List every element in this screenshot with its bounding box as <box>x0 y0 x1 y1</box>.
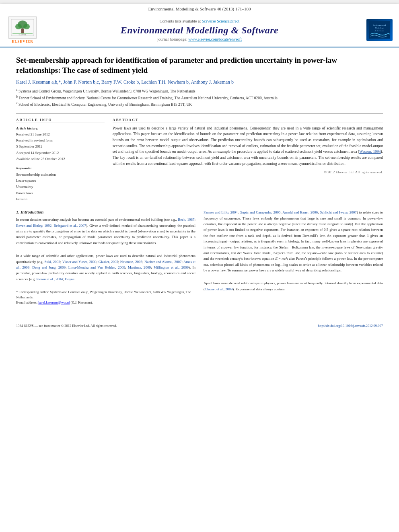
sciverse-link[interactable]: SciVerse ScienceDirect <box>202 19 240 23</box>
article-history-title: Article history: <box>16 125 105 131</box>
bottom-bar: 1364-8152/$ — see front matter © 2012 El… <box>0 321 399 330</box>
journal-cover-icon: Environmental Modelling & Software <box>368 21 391 39</box>
elsevier-logo: ELSEVIER ELSEVIER <box>6 16 39 43</box>
svg-rect-4 <box>21 29 24 33</box>
article-content: Set-membership approach for identificati… <box>0 47 399 317</box>
abstract-text-content: Power laws are used to describe a large … <box>113 126 383 166</box>
keyword-3: Uncertainty <box>16 184 105 190</box>
farmer-ref[interactable]: Farmer and Lillo, 2004 <box>204 210 238 214</box>
footnote-area: * Corresponding author. Systems and Cont… <box>16 287 195 305</box>
elsevier-logo-box: ELSEVIER <box>8 16 37 39</box>
journal-homepage: journal homepage: www.elsevier.com/locat… <box>39 37 360 41</box>
clauset-ref[interactable]: Clauset et al., 2009 <box>205 287 232 291</box>
keywords-block: Keywords: Set-membership estimation Leas… <box>16 165 105 202</box>
article-info-column: ARTICLE INFO Article history: Received 2… <box>16 118 105 203</box>
copyright-line: © 2012 Elsevier Ltd. All rights reserved… <box>113 170 383 174</box>
email-link[interactable]: karel.keesman@wur.nl <box>38 300 70 304</box>
revised-date: 5 September 2012 <box>16 144 105 150</box>
keyword-1: Set-membership estimation <box>16 172 105 178</box>
authors-line: Karel J. Keesman a,b,*, John P. Norton b… <box>16 79 383 85</box>
page: Environmental Modelling & Software 40 (2… <box>0 4 399 532</box>
lima-ref[interactable]: Lima-Mendez and Van Helden, 2009 <box>68 265 125 269</box>
footnote-email: E-mail address: karel.keesman@wur.nl (K.… <box>16 300 195 305</box>
intro-paragraph-2: In a wide range of scientific and other … <box>16 253 195 282</box>
beven-binley-ref[interactable]: Beven and Binley, 1992 <box>16 224 51 228</box>
journal-header: ELSEVIER ELSEVIER Contents lists availab… <box>0 13 399 47</box>
received-date: Received 21 June 2012 <box>16 131 105 138</box>
journal-citation-bar: Environmental Modelling & Software 40 (2… <box>0 4 399 13</box>
affiliations: a Systems and Control Group, Wageningen … <box>16 88 383 107</box>
elsevier-tree-icon: ELSEVIER <box>10 18 35 37</box>
refsgaard-ref[interactable]: Refsgaard et al., 2007 <box>54 224 86 228</box>
doi-link[interactable]: http://dx.doi.org/10.1016/j.envsoft.2012… <box>318 324 383 328</box>
journal-citation-text: Environmental Modelling & Software 40 (2… <box>148 6 251 11</box>
nacher-ref[interactable]: Nacher and Akutsu, 2007 <box>144 260 181 264</box>
keyword-5: Erosion <box>16 196 105 202</box>
introduction-two-col: 1. Introduction In recent decades uncert… <box>16 210 383 305</box>
intro-paragraph-1: In recent decades uncertainty analysis h… <box>16 217 195 246</box>
affiliation-b: b Fenner School of Environment and Socie… <box>16 94 383 101</box>
email-name: (K.J. Keesman). <box>71 300 93 304</box>
journal-title-area: Contents lists available at SciVerse Sci… <box>39 19 360 41</box>
intro-paragraph-3: Farmer and Lillo, 2004; Gupta and Campan… <box>204 210 383 273</box>
available-date: Available online 25 October 2012 <box>16 156 105 162</box>
article-title: Set-membership approach for identificati… <box>16 55 383 75</box>
accepted-date: Accepted 14 September 2012 <box>16 150 105 156</box>
svg-text:Environmental: Environmental <box>373 24 386 26</box>
article-history-block: Article history: Received 21 June 2012 R… <box>16 125 105 162</box>
journal-name: Environmental Modelling & Software <box>39 25 360 36</box>
introduction-left-col: 1. Introduction In recent decades uncert… <box>16 210 195 305</box>
suki-ref[interactable]: Suki, 2002 <box>45 260 60 264</box>
wasson-citation[interactable]: Wasson, 1994 <box>359 150 380 154</box>
svg-point-2 <box>15 24 22 29</box>
journal-logo-image: Environmental Modelling & Software <box>366 19 393 41</box>
svg-text:ELSEVIER: ELSEVIER <box>19 34 27 36</box>
gupta-ref[interactable]: Gupta and Campanha, 2005 <box>240 210 281 214</box>
svg-text:Modelling: Modelling <box>375 27 384 29</box>
svg-point-3 <box>23 24 30 29</box>
keyword-4: Power laws <box>16 190 105 196</box>
header-divider <box>16 113 383 114</box>
introduction-section: 1. Introduction In recent decades uncert… <box>16 210 383 305</box>
abstract-label: ABSTRACT <box>113 118 383 123</box>
email-label: E-mail address: <box>16 300 37 304</box>
visser-ref[interactable]: Visser and Yunes, 2003 <box>62 260 97 264</box>
introduction-heading: 1. Introduction <box>16 210 195 214</box>
newman-ref[interactable]: Newman, 2005 <box>120 260 142 264</box>
deng-ref[interactable]: Deng and Jung, 2009 <box>32 265 66 269</box>
abstract-column: ABSTRACT Power laws are used to describe… <box>113 118 383 203</box>
arnold-ref[interactable]: Arnold and Bauer, 2006 <box>282 210 318 214</box>
affiliation-c: c School of Electronic, Electrical & Com… <box>16 101 383 107</box>
issn-text: 1364-8152/$ — see front matter © 2012 El… <box>16 324 117 328</box>
pierou-ref[interactable]: Pierou et al., 2004 <box>36 277 63 281</box>
svg-text:& Software: & Software <box>374 30 384 32</box>
schlicht-ref[interactable]: Schlicht and Iwasa, 2007 <box>320 210 357 214</box>
millington-ref[interactable]: Millington et al., 2009 <box>154 265 189 269</box>
doyne-ref[interactable]: Doyne <box>65 277 74 281</box>
homepage-link[interactable]: www.elsevier.com/locate/envsoft <box>188 37 242 41</box>
sciverse-line: Contents lists available at SciVerse Sci… <box>39 19 360 23</box>
affiliation-a: a Systems and Control Group, Wageningen … <box>16 88 383 94</box>
elsevier-brand-text: ELSEVIER <box>12 39 33 43</box>
intro-paragraph-4: Apart from some derived relationships in… <box>204 280 383 292</box>
authors-text: Karel J. Keesman a,b,*, John P. Norton b… <box>16 79 234 85</box>
footnote-corresponding: * Corresponding author. Systems and Cont… <box>16 290 195 300</box>
article-info-label: ARTICLE INFO <box>16 118 105 123</box>
article-info-abstract-section: ARTICLE INFO Article history: Received 2… <box>16 118 383 203</box>
abstract-body: Power laws are used to describe a large … <box>113 125 383 167</box>
journal-logo-right: Environmental Modelling & Software <box>360 19 393 41</box>
martinez-ref[interactable]: Martinez, 2009 <box>128 265 151 269</box>
received-revised-label: Received in revised form <box>16 138 105 144</box>
keywords-label: Keywords: <box>16 165 105 171</box>
beck-1987-ref[interactable]: Beck, 1987 <box>178 218 194 222</box>
glazier-ref[interactable]: Glazier, 2005 <box>99 260 118 264</box>
introduction-right-col: Farmer and Lillo, 2004; Gupta and Campan… <box>204 210 383 305</box>
keyword-2: Least-squares <box>16 178 105 184</box>
